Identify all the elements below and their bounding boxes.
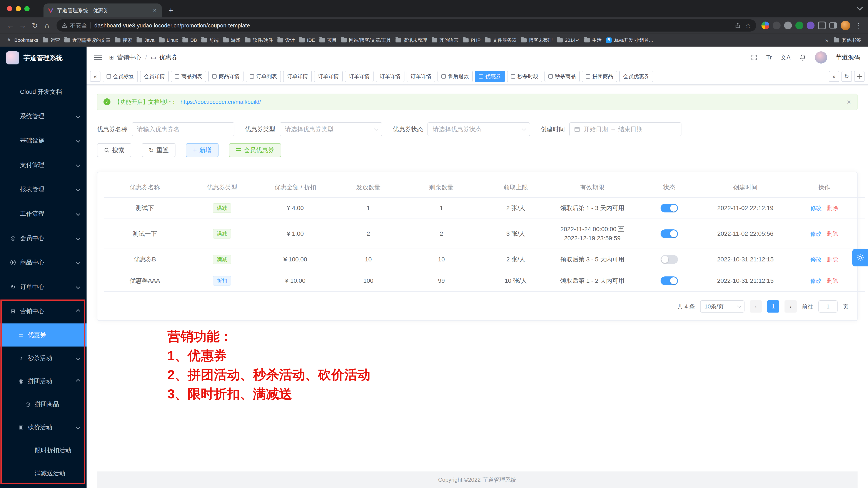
breadcrumb-section[interactable]: 营销中心 bbox=[117, 53, 141, 62]
settings-gear-button[interactable] bbox=[852, 249, 868, 266]
sidebar-item[interactable]: 限时折扣活动 bbox=[0, 439, 87, 462]
share-icon[interactable] bbox=[735, 22, 741, 29]
tag-tab[interactable]: 订单列表 bbox=[246, 71, 281, 82]
bookmark-item[interactable]: IDE bbox=[297, 36, 317, 44]
bookmark-item[interactable]: 博客未整理 bbox=[519, 36, 555, 45]
reset-button[interactable]: ↻ 重置 bbox=[142, 143, 176, 157]
sidebar-item[interactable]: ↻ 订单中心 bbox=[0, 275, 87, 299]
tag-tab[interactable]: 订单详情 bbox=[314, 71, 343, 82]
bookmark-item[interactable]: 其他语言 bbox=[429, 36, 461, 45]
tag-tab[interactable]: 秒杀时段 bbox=[507, 71, 542, 82]
sidebar-item[interactable]: 报表管理 bbox=[0, 177, 87, 202]
security-status[interactable]: 不安全 bbox=[62, 22, 87, 29]
search-button[interactable]: 搜索 bbox=[97, 143, 131, 157]
tag-tab[interactable]: 会员详情 bbox=[140, 71, 169, 82]
sidebar-item[interactable]: 基础设施 bbox=[0, 128, 87, 153]
status-toggle[interactable] bbox=[660, 204, 678, 212]
zoom-window-button[interactable] bbox=[24, 6, 30, 11]
extension-icon[interactable] bbox=[762, 22, 769, 29]
app-logo[interactable]: 芋道管理系统 bbox=[0, 47, 87, 69]
prev-page-button[interactable]: ‹ bbox=[750, 300, 762, 313]
bookmark-item[interactable]: 搜索 bbox=[113, 36, 134, 45]
tag-tab[interactable]: 优惠券 bbox=[475, 71, 505, 82]
member-coupon-button[interactable]: 会员优惠券 bbox=[229, 143, 281, 157]
browser-tab[interactable]: 芋道管理系统 - 优惠券 × bbox=[43, 3, 162, 18]
status-toggle[interactable] bbox=[660, 277, 678, 285]
scroll-left-icon[interactable]: « bbox=[90, 71, 100, 82]
tab-close-icon[interactable]: × bbox=[152, 7, 157, 14]
goto-page-input[interactable] bbox=[818, 300, 838, 313]
username[interactable]: 芋道源码 bbox=[836, 53, 860, 62]
profile-avatar[interactable] bbox=[841, 21, 850, 30]
banner-close-icon[interactable] bbox=[847, 98, 851, 106]
bookmark-item[interactable]: 游戏 bbox=[221, 36, 243, 45]
extension-icon[interactable] bbox=[795, 22, 803, 29]
banner-link[interactable]: https://doc.iocoder.cn/mall/build/ bbox=[181, 98, 261, 105]
sidebar-item[interactable]: Ⓟ 商品中心 bbox=[0, 250, 87, 275]
refresh-tags-icon[interactable]: ↻ bbox=[841, 71, 852, 82]
sidebar-item[interactable]: ⊞ 营销中心 bbox=[0, 299, 87, 323]
modify-link[interactable]: 修改 bbox=[810, 205, 822, 211]
bookmark-item[interactable]: 前端 bbox=[199, 36, 221, 45]
bookmark-item[interactable]: 2014-4 bbox=[555, 36, 582, 44]
next-page-button[interactable]: › bbox=[784, 300, 797, 313]
bookmarks-overflow-icon[interactable]: » bbox=[823, 37, 831, 44]
minimize-window-button[interactable] bbox=[16, 6, 21, 11]
bookmark-item[interactable]: 运营 bbox=[40, 36, 62, 45]
modify-link[interactable]: 修改 bbox=[810, 230, 822, 237]
tags-options-icon[interactable] bbox=[854, 71, 865, 82]
delete-link[interactable]: 删除 bbox=[827, 230, 838, 237]
other-bookmarks[interactable]: 其他书签 bbox=[831, 36, 864, 45]
bookmark-item[interactable]: 设计 bbox=[275, 36, 297, 45]
tag-tab[interactable]: 秒杀商品 bbox=[545, 71, 580, 82]
sidebar-item[interactable]: ◷ 拼团商品 bbox=[0, 393, 87, 416]
collapse-sidebar-icon[interactable] bbox=[94, 55, 102, 60]
tag-tab[interactable]: 售后退款 bbox=[437, 71, 473, 82]
status-toggle[interactable] bbox=[660, 255, 678, 264]
tab-search-chevron-icon[interactable] bbox=[857, 4, 863, 10]
bookmark-item[interactable]: Bookmarks bbox=[4, 36, 40, 44]
tag-tab[interactable]: 订单详情 bbox=[345, 71, 374, 82]
bookmark-item[interactable]: PHP bbox=[461, 36, 483, 44]
sidebar-item[interactable]: ◔ 秒杀活动 bbox=[0, 346, 87, 370]
sidebar-item[interactable]: ▭ 优惠券 bbox=[0, 323, 87, 346]
tag-tab[interactable]: 商品详情 bbox=[208, 71, 244, 82]
sidebar-item[interactable]: 支付管理 bbox=[0, 153, 87, 177]
tag-tab[interactable]: 商品列表 bbox=[171, 71, 206, 82]
home-icon[interactable]: ⌂ bbox=[41, 19, 53, 32]
forward-icon[interactable]: → bbox=[17, 19, 29, 32]
extensions-puzzle-icon[interactable] bbox=[818, 22, 826, 29]
bookmark-item[interactable]: 近期需要读的文章 bbox=[62, 36, 113, 45]
coupon-type-select[interactable]: 请选择优惠券类型 bbox=[280, 122, 382, 136]
sidebar-item[interactable]: ◎ 会员中心 bbox=[0, 226, 87, 250]
bookmark-item[interactable]: 软件/硬件 bbox=[243, 36, 275, 45]
tag-tab[interactable]: 拼团商品 bbox=[582, 71, 617, 82]
scroll-right-icon[interactable]: » bbox=[829, 71, 839, 82]
tag-tab[interactable]: 订单详情 bbox=[407, 71, 435, 82]
sidebar-item[interactable]: 工作流程 bbox=[0, 202, 87, 226]
close-window-button[interactable] bbox=[7, 6, 12, 11]
modify-link[interactable]: 修改 bbox=[810, 278, 822, 284]
language-icon[interactable]: 文A bbox=[780, 53, 790, 62]
bookmark-item[interactable]: 资讯未整理 bbox=[393, 36, 429, 45]
new-tab-button[interactable]: + bbox=[165, 5, 177, 16]
delete-link[interactable]: 删除 bbox=[827, 256, 838, 263]
sidebar-item[interactable]: 系统管理 bbox=[0, 104, 87, 128]
bell-icon[interactable] bbox=[799, 54, 806, 61]
sidebar-item[interactable]: 满减送活动 bbox=[0, 462, 87, 485]
bookmark-item[interactable]: DB bbox=[180, 36, 199, 44]
reload-icon[interactable]: ↻ bbox=[29, 19, 41, 32]
page-size-select[interactable]: 10条/页 bbox=[700, 300, 744, 313]
user-avatar[interactable] bbox=[815, 51, 827, 63]
tag-tab[interactable]: 会员优惠券 bbox=[619, 71, 653, 82]
coupon-status-select[interactable]: 请选择优惠券状态 bbox=[428, 122, 530, 136]
status-toggle[interactable] bbox=[660, 229, 678, 238]
coupon-name-input[interactable] bbox=[132, 122, 235, 136]
address-bar[interactable]: 不安全 dashboard-vue3.yudao.iocoder.cn/prom… bbox=[57, 19, 756, 32]
bookmark-star-icon[interactable]: ☆ bbox=[745, 22, 751, 29]
back-icon[interactable]: ← bbox=[4, 19, 17, 32]
current-page-button[interactable]: 1 bbox=[767, 300, 779, 313]
tag-tab[interactable]: 订单详情 bbox=[283, 71, 312, 82]
sidebar-item[interactable]: ▣ 砍价活动 bbox=[0, 416, 87, 439]
delete-link[interactable]: 删除 bbox=[827, 205, 838, 211]
